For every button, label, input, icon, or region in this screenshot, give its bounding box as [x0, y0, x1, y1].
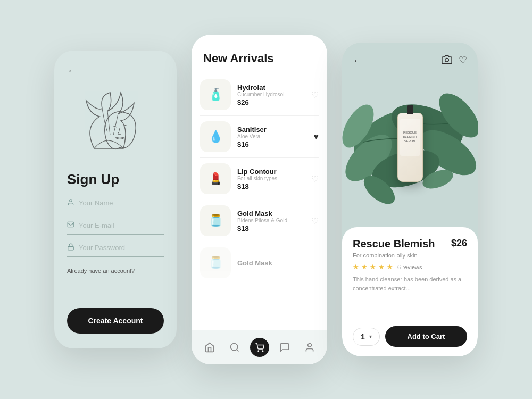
wishlist-button[interactable]: ♡	[311, 174, 319, 184]
list-item: 💧 Sanitiser Aloe Vera $16 ♥	[200, 116, 319, 158]
arrivals-header: New Arrivals	[192, 35, 327, 74]
star-4: ★	[378, 263, 385, 271]
arrivals-title: New Arrivals	[203, 52, 315, 65]
product-name: Gold Mask	[237, 259, 319, 267]
svg-rect-2	[68, 246, 74, 250]
camera-icon[interactable]	[442, 54, 452, 68]
product-info: Lip Contour For all skin types $18	[237, 168, 305, 190]
name-input[interactable]	[79, 199, 164, 207]
back-button[interactable]: ←	[353, 55, 362, 66]
product-info: Gold Mask Bidens Pilosa & Gold $18	[237, 210, 305, 232]
list-item: 🧴 Hydrolat Cucumber Hydrosol $26 ♡	[200, 74, 319, 116]
create-account-button[interactable]: Create Account	[67, 308, 164, 334]
product-subtitle: Cucumber Hydrosol	[237, 92, 305, 97]
product-thumbnail: 💄	[200, 163, 231, 194]
svg-rect-1	[68, 222, 74, 227]
bottom-nav	[192, 330, 327, 364]
wishlist-button[interactable]: ♥	[314, 132, 319, 142]
detail-screen: ← ♡	[342, 43, 478, 356]
product-name: Hydrolat	[237, 84, 305, 92]
title-price-row: Rescue Blemish $26	[353, 238, 467, 250]
product-info: Hydrolat Cucumber Hydrosol $26	[237, 84, 305, 106]
product-info: Gold Mask	[237, 259, 319, 267]
svg-point-3	[230, 344, 237, 351]
person-icon	[67, 198, 74, 207]
product-price: $18	[237, 182, 305, 190]
product-hero: RESCUE BLEMISH SERUM	[342, 68, 478, 227]
list-item: 💄 Lip Contour For all skin types $18 ♡	[200, 158, 319, 200]
mail-icon	[67, 221, 74, 230]
svg-point-7	[445, 59, 449, 62]
product-subtitle: Bidens Pilosa & Gold	[237, 218, 305, 223]
product-subtitle: For all skin types	[237, 176, 305, 181]
wishlist-button[interactable]: ♡	[311, 216, 319, 226]
email-field[interactable]	[67, 221, 164, 235]
product-title: Rescue Blemish	[353, 238, 435, 250]
user-nav-button[interactable]	[300, 338, 319, 357]
product-detail-info: Rescue Blemish $26 For combination-oily …	[342, 227, 478, 356]
product-info: Sanitiser Aloe Vera $16	[237, 126, 307, 148]
star-3: ★	[370, 263, 376, 271]
header-icons: ♡	[442, 54, 467, 68]
profile-nav-button[interactable]	[275, 338, 294, 357]
search-nav-button[interactable]	[225, 338, 244, 357]
product-thumbnail: 🧴	[200, 79, 231, 110]
product-name: Gold Mask	[237, 210, 305, 218]
star-1: ★	[353, 263, 359, 271]
list-item: 🫙 Gold Mask Bidens Pilosa & Gold $18 ♡	[200, 200, 319, 242]
wishlist-button[interactable]: ♡	[311, 90, 319, 100]
svg-point-0	[70, 200, 72, 202]
star-2: ★	[361, 263, 368, 271]
product-subtitle: Aloe Vera	[237, 134, 307, 139]
product-price: $26	[451, 238, 467, 249]
signup-screen: ← Sign Up	[54, 51, 177, 348]
product-name: Sanitiser	[237, 126, 307, 134]
quantity-selector[interactable]: 1 ▾	[353, 328, 380, 346]
phones-container: ← Sign Up	[0, 24, 532, 375]
password-input[interactable]	[79, 244, 164, 252]
back-button[interactable]: ←	[67, 65, 164, 77]
product-name: Lip Contour	[237, 168, 305, 176]
svg-point-6	[307, 344, 311, 347]
reviews-count: 6 reviews	[397, 264, 422, 270]
detail-header: ← ♡	[342, 43, 478, 68]
illustration	[67, 82, 164, 167]
svg-point-4	[258, 351, 259, 352]
have-account-text: Already have an account?	[67, 268, 164, 274]
product-price: $26	[237, 98, 305, 106]
signup-title: Sign Up	[67, 171, 164, 188]
arrivals-screen: New Arrivals 🧴 Hydrolat Cucumber Hydroso…	[192, 35, 327, 364]
heart-icon[interactable]: ♡	[459, 54, 467, 68]
action-row: 1 ▾ Add to Cart	[353, 326, 467, 347]
rating-row: ★ ★ ★ ★ ★ 6 reviews	[353, 263, 467, 271]
home-nav-button[interactable]	[200, 338, 219, 357]
product-list: 🧴 Hydrolat Cucumber Hydrosol $26 ♡ 💧 San…	[192, 74, 327, 330]
quantity-value: 1	[361, 332, 365, 341]
lock-icon	[67, 243, 74, 252]
product-price: $16	[237, 140, 307, 148]
product-thumbnail: 🫙	[200, 247, 231, 278]
cart-nav-button[interactable]	[250, 338, 269, 357]
name-field[interactable]	[67, 198, 164, 212]
svg-point-5	[262, 351, 263, 352]
quantity-dropdown-icon[interactable]: ▾	[369, 334, 372, 339]
product-price: $18	[237, 225, 305, 232]
product-description: This hand cleanser has been derived as a…	[353, 275, 467, 320]
password-field[interactable]	[67, 243, 164, 257]
product-thumbnail: 🫙	[200, 205, 231, 236]
product-thumbnail: 💧	[200, 121, 231, 152]
product-subtitle: For combination-oily skin	[353, 252, 467, 259]
email-input[interactable]	[79, 221, 164, 229]
star-5: ★	[387, 263, 393, 271]
list-item: 🫙 Gold Mask	[200, 242, 319, 284]
add-to-cart-button[interactable]: Add to Cart	[385, 326, 467, 347]
